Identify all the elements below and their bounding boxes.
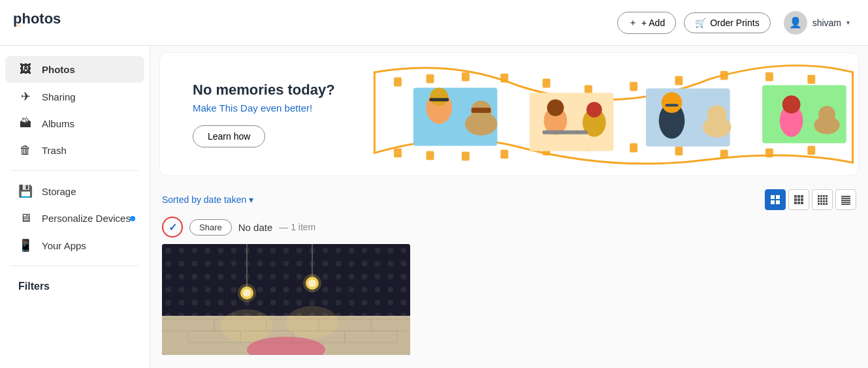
svg-rect-82 <box>162 244 410 316</box>
sidebar-item-trash[interactable]: 🗑 Trash <box>5 137 144 164</box>
svg-rect-77 <box>841 200 850 201</box>
share-button[interactable]: Share <box>189 219 232 236</box>
sidebar-label-personalize: Personalize Devices <box>42 213 131 224</box>
header: photos ⌒ ＋ + Add 🛒 Order Prints 👤 shivam… <box>0 0 868 46</box>
svg-rect-2 <box>462 72 470 82</box>
svg-rect-55 <box>801 198 803 201</box>
svg-rect-62 <box>826 195 828 197</box>
header-actions: ＋ + Add 🛒 Order Prints 👤 shivam ▾ <box>617 8 855 37</box>
check-icon: ✓ <box>169 221 177 234</box>
svg-point-31 <box>547 99 564 116</box>
svg-point-101 <box>221 309 273 342</box>
select-circle[interactable]: ✓ <box>162 217 183 238</box>
photo-section: ✓ Share No date — 1 item <box>150 217 868 355</box>
svg-rect-72 <box>820 203 822 205</box>
sidebar-item-storage[interactable]: 💾 Storage <box>5 177 144 205</box>
banner-illustration <box>369 53 858 176</box>
banner-title: No memories today? <box>193 82 336 99</box>
photo-ceiling-svg <box>162 244 410 355</box>
sidebar-label-trash: Trash <box>42 145 67 156</box>
sidebar: 🖼 Photos ✈ Sharing 🏔 Albums 🗑 Trash 💾 St… <box>0 46 150 368</box>
photo-thumbnail[interactable] <box>162 244 410 355</box>
sidebar-item-personalize[interactable]: 🖥 Personalize Devices <box>5 205 144 232</box>
sidebar-label-sharing: Sharing <box>42 91 76 102</box>
view-medium-button[interactable] <box>788 189 809 210</box>
sharing-icon: ✈ <box>18 89 33 104</box>
logo-arrow: ⌒ <box>13 25 61 34</box>
svg-rect-10 <box>807 75 815 84</box>
sort-chevron[interactable]: ▾ <box>249 194 253 205</box>
svg-point-45 <box>818 106 835 123</box>
svg-rect-47 <box>776 195 780 199</box>
add-button[interactable]: ＋ + Add <box>617 12 676 34</box>
notification-dot <box>130 216 135 221</box>
svg-rect-34 <box>543 130 588 134</box>
svg-rect-5 <box>585 85 592 94</box>
svg-rect-14 <box>500 149 508 159</box>
avatar: 👤 <box>784 11 807 35</box>
avatar-icon: 👤 <box>789 16 802 29</box>
svg-rect-3 <box>500 74 508 83</box>
svg-rect-25 <box>430 98 449 101</box>
svg-rect-20 <box>765 148 773 157</box>
svg-point-102 <box>286 306 338 339</box>
photo-grid <box>162 244 856 355</box>
plus-icon: ＋ <box>628 17 637 29</box>
svg-rect-78 <box>841 202 850 203</box>
learn-how-button[interactable]: Learn how <box>193 125 265 147</box>
sort-label: Sorted by date taken ▾ <box>162 194 253 205</box>
svg-rect-63 <box>818 198 820 200</box>
albums-icon: 🏔 <box>18 117 33 130</box>
banner-subtitle: Make This Day even better! <box>193 102 336 114</box>
svg-rect-13 <box>462 151 470 161</box>
memories-banner: No memories today? Make This Day even be… <box>159 52 859 176</box>
svg-rect-8 <box>720 71 728 80</box>
sidebar-item-photos[interactable]: 🖼 Photos <box>5 56 144 83</box>
svg-rect-38 <box>666 104 679 106</box>
view-large-button[interactable] <box>765 189 786 210</box>
count-label: 1 item <box>291 222 315 232</box>
svg-rect-68 <box>820 200 822 202</box>
sidebar-item-sharing[interactable]: ✈ Sharing <box>5 83 144 110</box>
sidebar-divider <box>10 170 139 171</box>
sidebar-item-your-apps[interactable]: 📱 Your Apps <box>5 232 144 259</box>
order-label: Order Prints <box>710 18 759 28</box>
sort-by[interactable]: date taken <box>204 194 246 205</box>
svg-rect-65 <box>823 198 825 200</box>
filmstrip-svg <box>369 53 858 176</box>
logo[interactable]: photos ⌒ <box>13 12 61 34</box>
sidebar-label-photos: Photos <box>42 64 75 75</box>
svg-rect-79 <box>841 204 850 205</box>
svg-rect-51 <box>797 195 800 198</box>
svg-rect-64 <box>820 198 822 200</box>
content-area: No memories today? Make This Day even be… <box>150 46 868 368</box>
sort-bar: Sorted by date taken ▾ <box>150 183 868 217</box>
svg-rect-52 <box>801 195 803 198</box>
sidebar-item-albums[interactable]: 🏔 Albums <box>5 110 144 137</box>
svg-rect-7 <box>675 76 683 85</box>
order-prints-button[interactable]: 🛒 Order Prints <box>684 12 770 33</box>
cart-icon: 🛒 <box>695 18 706 28</box>
add-label: + Add <box>641 18 665 28</box>
svg-rect-74 <box>826 203 828 205</box>
separator: — <box>279 222 288 232</box>
main-layout: 🖼 Photos ✈ Sharing 🏔 Albums 🗑 Trash 💾 St… <box>0 46 868 368</box>
view-list-button[interactable] <box>835 189 856 210</box>
list-icon <box>841 194 851 205</box>
svg-point-43 <box>782 95 801 114</box>
svg-rect-46 <box>771 195 775 199</box>
section-date: No date <box>238 222 273 233</box>
your-apps-icon: 📱 <box>18 238 33 253</box>
svg-rect-9 <box>765 72 773 82</box>
svg-rect-17 <box>630 144 637 153</box>
sort-prefix: Sorted by <box>162 194 201 205</box>
sidebar-label-albums: Albums <box>42 118 74 129</box>
photos-icon: 🖼 <box>18 63 33 76</box>
user-menu-button[interactable]: 👤 shivam ▾ <box>779 8 855 37</box>
sidebar-label-storage: Storage <box>42 186 76 197</box>
svg-rect-4 <box>543 79 551 88</box>
svg-rect-69 <box>823 200 825 202</box>
view-small-button[interactable] <box>812 189 833 210</box>
svg-rect-12 <box>426 151 434 160</box>
svg-rect-21 <box>807 146 815 155</box>
